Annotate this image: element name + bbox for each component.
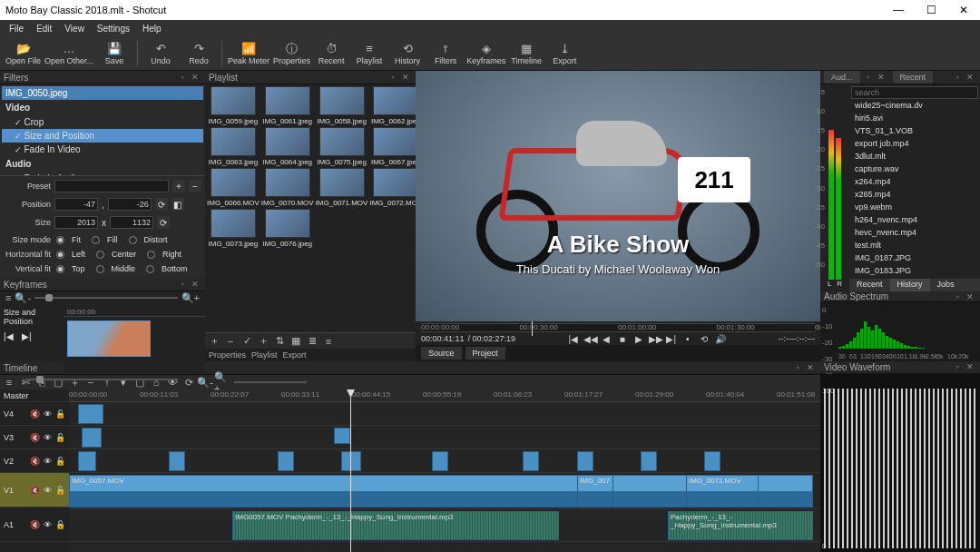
minimize-button[interactable]: — — [882, 0, 915, 20]
tab-project[interactable]: Project — [466, 347, 505, 360]
timeline-toolbtn[interactable]: 🔍+ — [214, 376, 229, 389]
playlist-thumb[interactable]: IMG_0075.jpeg — [316, 127, 368, 166]
close-icon[interactable]: ✕ — [964, 362, 976, 371]
mute-icon[interactable]: 🔇 — [30, 409, 40, 419]
preset-add-button[interactable]: ＋ — [172, 180, 185, 192]
toolbar-undo[interactable]: ↶Undo — [143, 38, 178, 69]
transport-button[interactable]: ◀◀ — [583, 334, 596, 344]
recent-item[interactable]: x265.mp4 — [851, 188, 978, 201]
toolbar-filters[interactable]: ⫯Filters — [428, 38, 463, 69]
undock-icon[interactable]: ▫ — [791, 363, 804, 372]
playlist-toolbtn[interactable]: ≣ — [305, 335, 319, 348]
radio-button[interactable] — [146, 265, 154, 273]
toolbar-peak-meter[interactable]: 📶Peak Meter — [228, 38, 270, 69]
playlist-toolbtn[interactable]: ＋ — [256, 335, 270, 348]
track-header-v3[interactable]: V3🔇👁🔓 — [0, 426, 69, 449]
prop-icon-button[interactable]: ◧ — [172, 198, 184, 211]
timeline-canvas[interactable]: 00:00:00:0000:00:11:0300:00:22:0700:00:3… — [69, 389, 820, 552]
scrub-track[interactable]: 00:00:00:0000:00:30:0000:01:00:0000:01:3… — [421, 323, 815, 332]
close-icon[interactable]: ✕ — [399, 73, 412, 82]
radio-button[interactable] — [96, 251, 104, 259]
radio-button[interactable] — [56, 265, 64, 273]
clip[interactable] — [341, 451, 361, 471]
playlist-thumb[interactable]: IMG_0070.MOV — [261, 168, 314, 207]
filter-item[interactable]: Crop — [2, 115, 203, 129]
toolbar-save[interactable]: 💾Save — [97, 38, 132, 69]
transport-button[interactable]: ▶▶ — [649, 334, 662, 344]
playlist-thumb[interactable]: IMG_0071.MOV — [316, 168, 368, 207]
kf-bottom-slider[interactable] — [25, 379, 178, 380]
prop-input-b[interactable] — [110, 216, 153, 229]
undock-icon[interactable]: ▫ — [951, 362, 964, 371]
maximize-button[interactable]: ☐ — [915, 0, 947, 20]
playlist-thumb[interactable]: IMG_0064.jpeg — [261, 127, 314, 166]
eye-icon[interactable]: 👁 — [44, 433, 52, 442]
clip[interactable] — [641, 451, 657, 471]
track-header-a1[interactable]: A1🔇👁🔓 — [0, 508, 69, 542]
clip[interactable]: IMG_007 — [577, 475, 613, 508]
clip[interactable] — [523, 451, 539, 471]
recent-item[interactable]: export job.mp4 — [851, 137, 978, 150]
tab-properties[interactable]: Properties — [209, 350, 246, 360]
recent-item[interactable]: wide25~cinema.dv — [851, 99, 978, 112]
eye-icon[interactable]: 👁 — [44, 486, 52, 495]
transport-button[interactable]: ▶| — [665, 334, 678, 344]
tab-jobs[interactable]: Jobs — [930, 279, 962, 291]
prop-icon-button[interactable]: ⟳ — [157, 216, 170, 229]
playlist-thumb[interactable]: IMG_0072.MOV — [369, 168, 416, 207]
clip[interactable] — [169, 451, 185, 471]
transport-button[interactable]: ▶ — [632, 334, 645, 344]
menu-edit[interactable]: Edit — [31, 22, 57, 35]
audio-clip[interactable]: IMG0057.MOV Pachyderm_-_13_-_Happy_Song_… — [232, 511, 559, 540]
radio-button[interactable] — [129, 236, 137, 244]
prop-input-a[interactable] — [54, 198, 98, 211]
prev-keyframe-button[interactable]: |◀ — [4, 331, 16, 344]
lock-icon[interactable]: 🔓 — [55, 486, 65, 495]
radio-button[interactable] — [96, 265, 104, 273]
menu-view[interactable]: View — [59, 22, 90, 35]
recent-item[interactable]: IMG_0183.JPG — [851, 264, 978, 277]
tab-playlist[interactable]: Playlist — [251, 350, 278, 360]
lock-icon[interactable]: 🔓 — [55, 520, 65, 529]
tab-recent[interactable]: Recent — [893, 71, 934, 84]
preset-remove-button[interactable]: − — [189, 180, 201, 192]
tab-source[interactable]: Source — [421, 347, 462, 360]
next-keyframe-button[interactable]: ▶| — [22, 331, 34, 344]
toolbar-playlist[interactable]: ≡Playlist — [352, 38, 387, 69]
track-header-v1[interactable]: V1🔇👁🔓 — [0, 473, 69, 508]
tab-export[interactable]: Export — [283, 350, 307, 360]
toolbar-open-file[interactable]: 📂Open File — [5, 38, 41, 69]
transport-button[interactable]: 🔊 — [714, 334, 727, 344]
mute-icon[interactable]: 🔇 — [30, 457, 40, 466]
playlist-thumb[interactable]: IMG_0066.MOV — [207, 168, 260, 207]
prop-input-a[interactable] — [54, 216, 98, 229]
playlist-thumb[interactable]: IMG_0067.jpeg — [369, 127, 416, 166]
timeline-toolbtn[interactable]: 🔍- — [198, 376, 212, 389]
recent-item[interactable]: vp9.webm — [851, 201, 978, 213]
eye-icon[interactable]: 👁 — [44, 520, 52, 529]
playlist-thumb[interactable]: IMG_0076.jpeg — [261, 209, 314, 248]
recent-item[interactable]: hevc_nvenc.mp4 — [851, 226, 978, 239]
radio-button[interactable] — [147, 251, 155, 259]
undock-icon[interactable]: ▫ — [176, 280, 189, 289]
zoom-slider[interactable] — [34, 297, 177, 299]
timeline-toolbtn[interactable]: ⟳ — [181, 376, 196, 389]
prop-icon-button[interactable]: ⟳ — [155, 198, 168, 211]
toolbar-properties[interactable]: ⓘProperties — [273, 38, 310, 69]
close-icon[interactable]: ✕ — [804, 363, 817, 372]
toolbar-history[interactable]: ⟲History — [390, 38, 425, 69]
track-header-v2[interactable]: V2🔇👁🔓 — [0, 449, 69, 473]
playlist-thumb[interactable]: IMG_0061.jpeg — [261, 86, 314, 125]
menu-help[interactable]: Help — [137, 22, 167, 35]
toolbar-recent[interactable]: ⏱Recent — [314, 38, 348, 69]
menu-settings[interactable]: Settings — [92, 22, 135, 35]
playlist-toolbtn[interactable]: ＋ — [207, 335, 221, 348]
menu-icon[interactable]: ≡ — [5, 292, 11, 303]
undock-icon[interactable]: ▫ — [951, 292, 964, 301]
recent-search-input[interactable] — [851, 86, 978, 99]
playlist-toolbtn[interactable]: ≡ — [321, 335, 336, 348]
zoom-display[interactable]: --:----:--:--- — [779, 334, 815, 343]
close-button[interactable]: ✕ — [947, 0, 980, 20]
clip[interactable] — [432, 451, 448, 471]
clip[interactable] — [704, 451, 720, 471]
